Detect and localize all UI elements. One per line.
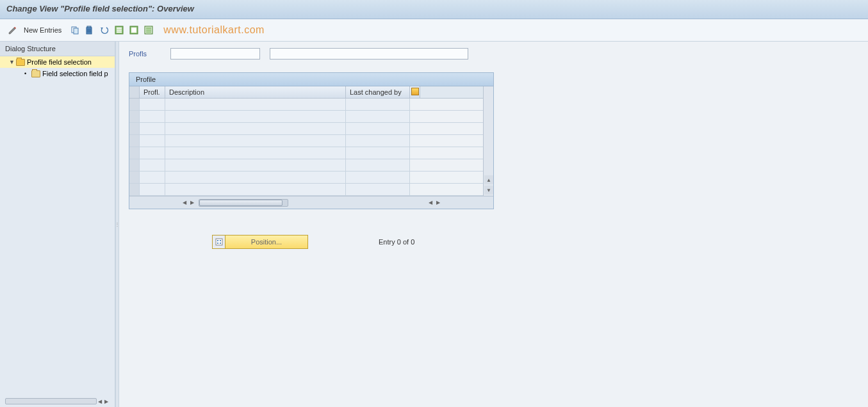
table-row[interactable] xyxy=(129,123,483,135)
dialog-structure-sidebar: Dialog Structure ▼ Profile field selecti… xyxy=(0,42,115,407)
content-area: Profls Profile Profl. Description Last c… xyxy=(119,42,868,407)
sidebar-horizontal-scrollbar[interactable]: ◀ ▶ xyxy=(5,397,110,406)
profls-field-row: Profls xyxy=(129,48,858,60)
table-vertical-scrollbar[interactable]: ▲ ▼ xyxy=(483,86,493,196)
footer-row: Position... Entry 0 of 0 xyxy=(212,235,858,249)
scroll-first-icon[interactable]: ◀ xyxy=(181,200,188,205)
svg-rect-12 xyxy=(131,28,136,33)
scroll-right-icon[interactable]: ▶ xyxy=(103,399,110,404)
sidebar-header: Dialog Structure xyxy=(0,42,115,56)
scroll-track[interactable] xyxy=(5,398,97,404)
svg-rect-19 xyxy=(220,240,221,241)
profls-description-input[interactable] xyxy=(270,48,468,60)
svg-rect-21 xyxy=(220,243,221,244)
table-row[interactable] xyxy=(129,111,483,123)
deselect-all-icon[interactable] xyxy=(142,24,155,36)
table-row[interactable] xyxy=(129,172,483,184)
profls-input[interactable] xyxy=(170,48,260,60)
tree-collapse-icon[interactable]: ▼ xyxy=(9,59,14,65)
scroll-last-icon[interactable]: ▶ xyxy=(434,200,442,205)
scroll-up-icon[interactable]: ▲ xyxy=(484,175,493,184)
table-settings-button[interactable] xyxy=(410,86,420,98)
tree-bullet: • xyxy=(24,70,29,77)
copy-as-icon[interactable] xyxy=(69,24,81,36)
column-header-last-changed[interactable]: Last changed by xyxy=(346,86,410,98)
select-block-icon[interactable] xyxy=(127,24,140,36)
title-bar: Change View "Profile field selection": O… xyxy=(0,0,868,19)
table-row[interactable] xyxy=(129,159,483,172)
main-area: Dialog Structure ▼ Profile field selecti… xyxy=(0,42,868,407)
position-icon xyxy=(213,235,225,248)
position-button[interactable]: Position... xyxy=(212,235,308,249)
svg-rect-9 xyxy=(117,29,122,31)
scroll-down-icon[interactable]: ▼ xyxy=(484,186,493,195)
column-header-description[interactable]: Description xyxy=(165,86,346,98)
profile-table: Profile Profl. Description Last changed … xyxy=(129,72,494,209)
svg-rect-18 xyxy=(217,240,218,241)
table-row[interactable] xyxy=(129,135,483,147)
toggle-display-change-icon[interactable] xyxy=(6,24,19,36)
tree-item-label: Field selection field p xyxy=(42,70,108,77)
table-title: Profile xyxy=(129,73,493,86)
entry-status-text: Entry 0 of 0 xyxy=(379,238,414,246)
folder-closed-icon xyxy=(31,70,40,77)
column-header-profl[interactable]: Profl. xyxy=(140,86,165,98)
new-entries-button[interactable]: New Entries xyxy=(24,26,61,34)
scroll-left-icon[interactable]: ▶ xyxy=(188,200,196,205)
table-header-row: Profl. Description Last changed by xyxy=(129,86,483,99)
svg-rect-1 xyxy=(74,28,78,34)
scroll-right-icon[interactable]: ◀ xyxy=(427,200,434,205)
svg-rect-20 xyxy=(217,243,218,244)
undo-change-icon[interactable] xyxy=(98,24,111,36)
toolbar: New Entries www.tutorialkart.com xyxy=(0,19,868,42)
tree-item-label: Profile field selection xyxy=(27,58,92,66)
hscroll-track[interactable] xyxy=(199,199,288,207)
table-row[interactable] xyxy=(129,99,483,111)
svg-rect-3 xyxy=(87,26,91,28)
folder-open-icon xyxy=(16,59,25,66)
scroll-left-icon[interactable]: ◀ xyxy=(97,399,103,404)
profls-label: Profls xyxy=(129,50,161,58)
svg-rect-10 xyxy=(117,31,122,33)
select-all-icon[interactable] xyxy=(113,24,126,36)
configuration-icon xyxy=(411,88,419,95)
tree-item-profile-field-selection[interactable]: ▼ Profile field selection xyxy=(0,56,115,68)
delete-icon[interactable] xyxy=(83,24,96,36)
svg-rect-14 xyxy=(146,28,151,29)
hscroll-thumb[interactable] xyxy=(199,200,283,206)
table-row[interactable] xyxy=(129,184,483,196)
table-horizontal-scrollbar[interactable]: ◀ ▶ ◀ ▶ xyxy=(129,196,493,209)
tree-item-field-selection-field[interactable]: • Field selection field p xyxy=(0,68,115,79)
svg-rect-15 xyxy=(146,29,151,31)
table-row[interactable] xyxy=(129,147,483,159)
position-button-label: Position... xyxy=(225,238,307,246)
svg-rect-8 xyxy=(117,28,122,29)
column-selector[interactable] xyxy=(129,86,140,98)
svg-rect-16 xyxy=(146,31,151,33)
watermark-text: www.tutorialkart.com xyxy=(163,24,265,36)
svg-rect-17 xyxy=(216,239,222,245)
